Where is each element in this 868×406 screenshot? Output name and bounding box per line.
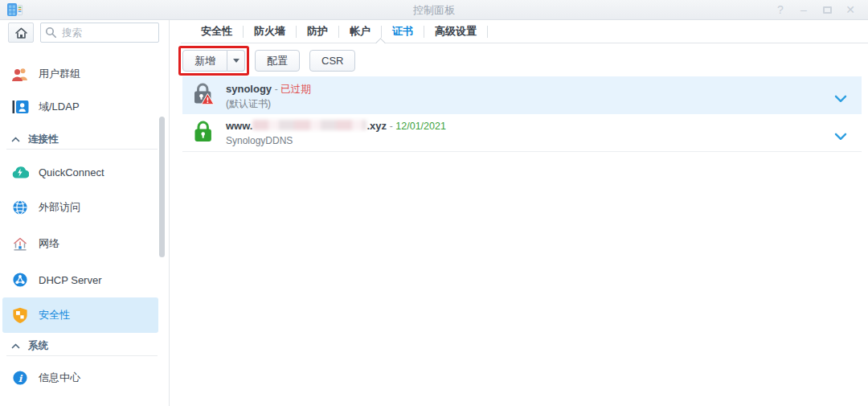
sidebar-item-dhcp-server[interactable]: DHCP Server (11, 270, 102, 289)
content-area: 安全性 防火墙 防护 帐户 证书 高级设置 新增 配置 CSR (170, 20, 868, 406)
domain-ldap-icon (11, 99, 29, 115)
certificate-row-synology[interactable]: synology - 已过期 (默认证书) (182, 76, 862, 114)
tab-certificate[interactable]: 证书 (382, 20, 424, 43)
sidebar-item-label: 外部访问 (39, 200, 80, 215)
sidebar: 用户群组 域/LDAP 连接性 (0, 20, 170, 406)
sidebar-item-network[interactable]: 网络 (11, 234, 59, 253)
chevron-up-icon (11, 137, 20, 142)
help-button[interactable]: ? (774, 2, 787, 17)
sidebar-item-external-access[interactable]: 外部访问 (11, 198, 80, 217)
external-access-icon (11, 199, 29, 215)
sidebar-divider (6, 355, 158, 356)
sidebar-item-label: DHCP Server (39, 274, 102, 286)
sidebar-nav: 用户群组 域/LDAP 连接性 (0, 44, 169, 406)
certificate-name-prefix: www. (226, 120, 252, 132)
sidebar-section-label: 系统 (28, 339, 48, 353)
certificate-list: synology - 已过期 (默认证书) (182, 76, 862, 152)
sidebar-section-system[interactable]: 系统 (11, 339, 48, 352)
certificate-name-suffix: .xyz (366, 120, 387, 132)
certificate-status-expired: 已过期 (280, 84, 311, 95)
expand-chevron-icon[interactable] (834, 92, 847, 106)
sidebar-item-label: 域/LDAP (39, 100, 80, 114)
csr-button[interactable]: CSR (309, 50, 355, 72)
window-titlebar: 控制面板 ? – ✕ (0, 0, 868, 20)
minimize-button[interactable]: – (797, 2, 810, 17)
close-button[interactable]: ✕ (844, 2, 857, 17)
add-dropdown-button[interactable] (227, 50, 245, 72)
configure-button[interactable]: 配置 (255, 50, 300, 72)
security-icon (11, 307, 29, 323)
sidebar-item-label: 用户群组 (39, 67, 80, 81)
sidebar-item-label: 安全性 (39, 308, 70, 322)
sidebar-item-quickconnect[interactable]: QuickConnect (11, 162, 104, 182)
certificate-note: SynologyDDNS (226, 135, 293, 146)
sidebar-section-connectivity[interactable]: 连接性 (11, 133, 59, 146)
maximize-button[interactable] (821, 2, 833, 17)
info-center-icon: i (11, 370, 29, 386)
certificate-row-ddns[interactable]: www..xyz - 12/01/2021 SynologyDDNS (182, 114, 862, 152)
add-split-button: 新增 (182, 50, 245, 72)
sidebar-scrollbar-thumb[interactable] (159, 117, 165, 257)
lock-warning-icon (192, 82, 213, 109)
search-icon (45, 27, 57, 42)
redacted-domain-blur (252, 120, 366, 130)
separator-dash: - (275, 84, 278, 95)
tab-underline (181, 43, 868, 43)
sidebar-section-label: 连接性 (28, 133, 59, 146)
user-group-icon (11, 66, 29, 82)
sidebar-divider (6, 149, 158, 150)
certificate-name: synology (226, 83, 272, 95)
chevron-up-icon (11, 343, 20, 349)
sidebar-item-label: QuickConnect (39, 166, 104, 178)
separator-dash: - (390, 121, 393, 132)
sidebar-item-user-group[interactable]: 用户群组 (11, 64, 80, 84)
home-button[interactable] (8, 23, 34, 43)
lock-valid-icon (192, 120, 213, 146)
sidebar-item-label: 信息中心 (39, 371, 80, 385)
tab-firewall[interactable]: 防火墙 (244, 20, 296, 43)
sidebar-item-security[interactable]: 安全性 (11, 306, 70, 325)
toolbar: 新增 配置 CSR (182, 50, 355, 72)
expand-chevron-icon[interactable] (834, 129, 847, 144)
dhcp-server-icon (11, 272, 29, 288)
tab-separator (487, 26, 488, 38)
tab-protection[interactable]: 防护 (297, 20, 338, 43)
certificate-note: (默认证书) (226, 98, 271, 109)
maximize-icon (823, 6, 832, 14)
tab-security[interactable]: 安全性 (190, 20, 243, 43)
quickconnect-icon (11, 164, 29, 180)
search-input[interactable] (40, 23, 159, 43)
dropdown-caret-icon (233, 59, 240, 63)
home-icon (14, 27, 28, 39)
network-icon (11, 236, 29, 252)
sidebar-item-info-center[interactable]: i 信息中心 (11, 368, 80, 388)
tab-account[interactable]: 帐户 (339, 20, 381, 43)
sidebar-item-label: 网络 (39, 236, 59, 251)
certificate-expiry-date: 12/01/2021 (395, 121, 446, 132)
window-title: 控制面板 (0, 3, 868, 18)
add-button[interactable]: 新增 (182, 50, 227, 72)
tab-advanced[interactable]: 高级设置 (424, 20, 487, 43)
sidebar-item-domain-ldap[interactable]: 域/LDAP (11, 97, 80, 117)
tab-bar: 安全性 防火墙 防护 帐户 证书 高级设置 (190, 20, 488, 43)
